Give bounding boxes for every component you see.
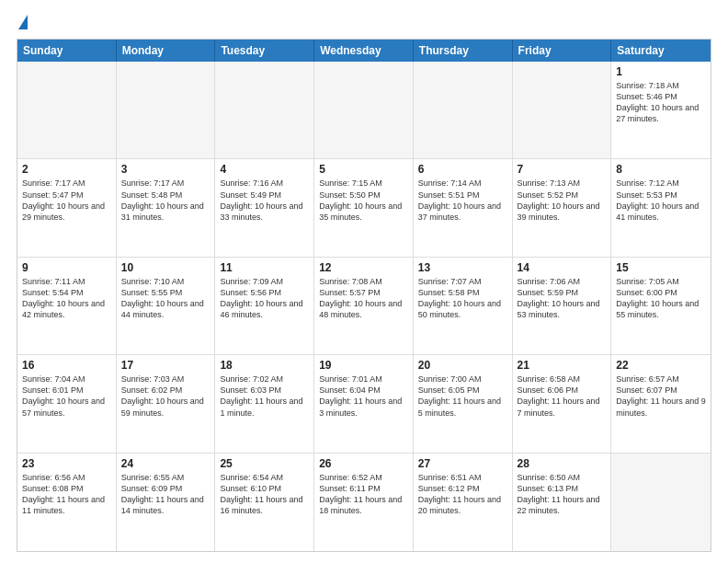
day-cell-20: 20Sunrise: 7:00 AM Sunset: 6:05 PM Dayli…	[414, 355, 513, 452]
day-info: Sunrise: 7:16 AM Sunset: 5:49 PM Dayligh…	[220, 178, 309, 223]
day-info: Sunrise: 7:10 AM Sunset: 5:55 PM Dayligh…	[121, 276, 210, 321]
day-cell-28: 28Sunrise: 6:50 AM Sunset: 6:13 PM Dayli…	[513, 454, 612, 551]
header-day-friday: Friday	[513, 40, 612, 62]
day-cell-17: 17Sunrise: 7:03 AM Sunset: 6:02 PM Dayli…	[117, 355, 216, 452]
logo-icon	[18, 15, 28, 29]
day-number: 17	[121, 359, 210, 372]
day-info: Sunrise: 7:02 AM Sunset: 6:03 PM Dayligh…	[220, 373, 309, 419]
logo	[17, 17, 28, 31]
day-cell-18: 18Sunrise: 7:02 AM Sunset: 6:03 PM Dayli…	[215, 355, 314, 452]
day-info: Sunrise: 6:58 AM Sunset: 6:06 PM Dayligh…	[518, 373, 607, 419]
calendar-header: SundayMondayTuesdayWednesdayThursdayFrid…	[17, 40, 711, 62]
day-number: 27	[418, 457, 507, 470]
day-cell-27: 27Sunrise: 6:51 AM Sunset: 6:12 PM Dayli…	[414, 454, 513, 551]
empty-cell	[414, 62, 513, 158]
day-info: Sunrise: 7:17 AM Sunset: 5:48 PM Dayligh…	[121, 178, 210, 223]
header-day-saturday: Saturday	[611, 40, 711, 62]
header	[17, 17, 711, 31]
day-info: Sunrise: 7:07 AM Sunset: 5:58 PM Dayligh…	[418, 276, 507, 321]
day-number: 1	[616, 65, 706, 78]
day-cell-7: 7Sunrise: 7:13 AM Sunset: 5:52 PM Daylig…	[513, 159, 612, 256]
day-number: 21	[518, 359, 607, 372]
day-cell-5: 5Sunrise: 7:15 AM Sunset: 5:50 PM Daylig…	[314, 159, 414, 256]
calendar-row-1: 1Sunrise: 7:18 AM Sunset: 5:46 PM Daylig…	[17, 62, 711, 159]
calendar-row-2: 2Sunrise: 7:17 AM Sunset: 5:47 PM Daylig…	[17, 159, 711, 257]
day-info: Sunrise: 6:57 AM Sunset: 6:07 PM Dayligh…	[616, 373, 706, 419]
day-info: Sunrise: 7:15 AM Sunset: 5:50 PM Dayligh…	[319, 178, 408, 223]
calendar: SundayMondayTuesdayWednesdayThursdayFrid…	[17, 39, 711, 552]
day-number: 4	[220, 163, 309, 176]
day-number: 25	[220, 457, 309, 470]
day-info: Sunrise: 6:54 AM Sunset: 6:10 PM Dayligh…	[220, 472, 309, 517]
day-number: 24	[121, 457, 210, 470]
day-info: Sunrise: 7:09 AM Sunset: 5:56 PM Dayligh…	[220, 276, 309, 321]
day-number: 5	[319, 163, 408, 176]
header-day-tuesday: Tuesday	[215, 40, 314, 62]
day-number: 6	[418, 163, 507, 176]
empty-cell	[17, 62, 117, 158]
day-number: 11	[220, 261, 309, 274]
calendar-row-4: 16Sunrise: 7:04 AM Sunset: 6:01 PM Dayli…	[17, 355, 711, 453]
day-cell-3: 3Sunrise: 7:17 AM Sunset: 5:48 PM Daylig…	[117, 159, 216, 256]
day-number: 19	[319, 359, 408, 372]
header-day-thursday: Thursday	[414, 40, 513, 62]
day-number: 12	[319, 261, 408, 274]
empty-cell	[117, 62, 216, 158]
day-info: Sunrise: 7:18 AM Sunset: 5:46 PM Dayligh…	[616, 80, 706, 125]
empty-cell	[215, 62, 314, 158]
day-cell-25: 25Sunrise: 6:54 AM Sunset: 6:10 PM Dayli…	[215, 454, 314, 551]
day-cell-10: 10Sunrise: 7:10 AM Sunset: 5:55 PM Dayli…	[117, 258, 216, 354]
day-info: Sunrise: 7:05 AM Sunset: 6:00 PM Dayligh…	[616, 276, 706, 321]
day-number: 3	[121, 163, 210, 176]
calendar-body: 1Sunrise: 7:18 AM Sunset: 5:46 PM Daylig…	[17, 62, 711, 551]
day-info: Sunrise: 6:56 AM Sunset: 6:08 PM Dayligh…	[22, 472, 111, 517]
day-cell-14: 14Sunrise: 7:06 AM Sunset: 5:59 PM Dayli…	[513, 258, 612, 354]
day-info: Sunrise: 7:00 AM Sunset: 6:05 PM Dayligh…	[418, 373, 507, 419]
day-number: 2	[22, 163, 111, 176]
day-info: Sunrise: 7:13 AM Sunset: 5:52 PM Dayligh…	[518, 178, 607, 223]
day-number: 10	[121, 261, 210, 274]
day-number: 20	[418, 359, 507, 372]
page: SundayMondayTuesdayWednesdayThursdayFrid…	[0, 0, 728, 563]
day-number: 22	[616, 359, 706, 372]
day-cell-9: 9Sunrise: 7:11 AM Sunset: 5:54 PM Daylig…	[17, 258, 117, 354]
empty-cell	[513, 62, 612, 158]
day-info: Sunrise: 7:12 AM Sunset: 5:53 PM Dayligh…	[616, 178, 706, 223]
day-cell-15: 15Sunrise: 7:05 AM Sunset: 6:00 PM Dayli…	[611, 258, 711, 354]
day-info: Sunrise: 7:06 AM Sunset: 5:59 PM Dayligh…	[518, 276, 607, 321]
header-day-sunday: Sunday	[17, 40, 117, 62]
day-number: 13	[418, 261, 507, 274]
day-cell-19: 19Sunrise: 7:01 AM Sunset: 6:04 PM Dayli…	[314, 355, 414, 452]
day-cell-21: 21Sunrise: 6:58 AM Sunset: 6:06 PM Dayli…	[513, 355, 612, 452]
day-info: Sunrise: 6:50 AM Sunset: 6:13 PM Dayligh…	[518, 472, 607, 517]
day-cell-26: 26Sunrise: 6:52 AM Sunset: 6:11 PM Dayli…	[314, 454, 414, 551]
day-cell-8: 8Sunrise: 7:12 AM Sunset: 5:53 PM Daylig…	[611, 159, 711, 256]
day-number: 26	[319, 457, 408, 470]
empty-cell	[314, 62, 414, 158]
day-number: 14	[518, 261, 607, 274]
day-cell-13: 13Sunrise: 7:07 AM Sunset: 5:58 PM Dayli…	[414, 258, 513, 354]
day-number: 15	[616, 261, 706, 274]
day-number: 23	[22, 457, 111, 470]
header-day-monday: Monday	[117, 40, 216, 62]
calendar-row-3: 9Sunrise: 7:11 AM Sunset: 5:54 PM Daylig…	[17, 258, 711, 355]
day-number: 9	[22, 261, 111, 274]
calendar-row-5: 23Sunrise: 6:56 AM Sunset: 6:08 PM Dayli…	[17, 454, 711, 551]
day-info: Sunrise: 7:04 AM Sunset: 6:01 PM Dayligh…	[22, 373, 111, 419]
day-info: Sunrise: 7:11 AM Sunset: 5:54 PM Dayligh…	[22, 276, 111, 321]
day-number: 18	[220, 359, 309, 372]
day-number: 28	[518, 457, 607, 470]
day-cell-16: 16Sunrise: 7:04 AM Sunset: 6:01 PM Dayli…	[17, 355, 117, 452]
day-number: 8	[616, 163, 706, 176]
empty-cell	[611, 454, 711, 551]
day-cell-2: 2Sunrise: 7:17 AM Sunset: 5:47 PM Daylig…	[17, 159, 117, 256]
day-cell-24: 24Sunrise: 6:55 AM Sunset: 6:09 PM Dayli…	[117, 454, 216, 551]
day-info: Sunrise: 6:55 AM Sunset: 6:09 PM Dayligh…	[121, 472, 210, 517]
day-cell-22: 22Sunrise: 6:57 AM Sunset: 6:07 PM Dayli…	[611, 355, 711, 452]
day-info: Sunrise: 7:01 AM Sunset: 6:04 PM Dayligh…	[319, 373, 408, 419]
day-number: 7	[518, 163, 607, 176]
day-cell-6: 6Sunrise: 7:14 AM Sunset: 5:51 PM Daylig…	[414, 159, 513, 256]
day-info: Sunrise: 7:14 AM Sunset: 5:51 PM Dayligh…	[418, 178, 507, 223]
day-info: Sunrise: 7:08 AM Sunset: 5:57 PM Dayligh…	[319, 276, 408, 321]
day-cell-11: 11Sunrise: 7:09 AM Sunset: 5:56 PM Dayli…	[215, 258, 314, 354]
